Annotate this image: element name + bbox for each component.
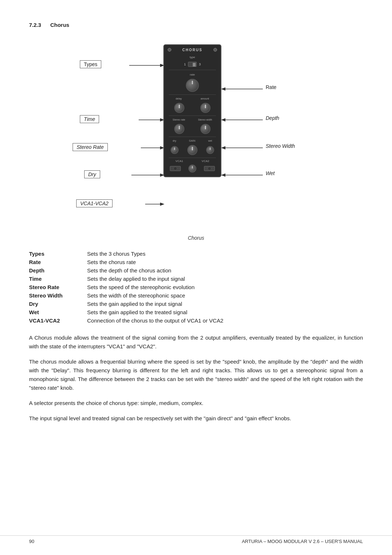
- dry-label: dry: [173, 139, 176, 142]
- vca-center-knob[interactable]: [188, 165, 196, 173]
- parameter-table: TypesSets the 3 chorus TypesRateSets the…: [29, 250, 363, 325]
- diagram-wrapper: Types Time Stereo Rate Dry VCA1-VCA2 Rat…: [58, 41, 334, 226]
- rate-label: rate: [190, 73, 195, 76]
- callout-stereo-width-label: Stereo Width: [266, 143, 295, 149]
- param-desc: Sets the chorus rate: [87, 258, 363, 266]
- gain-row: [166, 145, 219, 155]
- callout-wet: Wet: [266, 170, 275, 176]
- callout-stereo-width: Stereo Width: [266, 143, 295, 149]
- param-row: TypesSets the 3 chorus Types: [29, 250, 363, 258]
- divider-2: [169, 94, 216, 95]
- type-num-left: 1: [184, 62, 186, 66]
- body-paragraph: A selector presents the choice of chorus…: [29, 399, 363, 408]
- vca1-label: VCA1: [176, 159, 183, 163]
- module-icon-row: CHORUS: [166, 48, 219, 53]
- callout-time-label: Time: [80, 115, 99, 123]
- vca-label-row: VCA1 VCA2: [166, 159, 219, 163]
- footer-title: ARTURIA – MOOG MODULAR V 2.6 – USER'S MA…: [242, 539, 363, 544]
- param-name: Rate: [29, 258, 87, 266]
- callout-depth-label: Depth: [266, 115, 279, 121]
- section-title: Chorus: [50, 22, 69, 28]
- callout-vca: VCA1-VCA2: [76, 199, 113, 207]
- param-row: DrySets the gain applied to the input si…: [29, 300, 363, 308]
- wet-label: wet: [208, 139, 212, 142]
- body-paragraph: The input signal level and treated signa…: [29, 414, 363, 423]
- param-row: DepthSets the depth of the chorus action: [29, 266, 363, 275]
- stereo-row: [166, 124, 219, 134]
- vca-buttons-row: [166, 165, 219, 173]
- param-name: Dry: [29, 300, 87, 308]
- type-label: type: [189, 56, 195, 59]
- footer-page: 90: [29, 539, 34, 544]
- vca2-label: VCA2: [202, 159, 209, 163]
- gain-knob[interactable]: [187, 145, 197, 155]
- vca2-button[interactable]: [204, 166, 215, 171]
- type-selector-row: 1 3: [184, 62, 201, 67]
- vca2-button-inner: [208, 167, 211, 170]
- callout-types: Types: [80, 60, 101, 68]
- param-desc: Sets the speed of the stereophonic evolu…: [87, 283, 363, 291]
- led-right: [213, 48, 217, 52]
- amount-knob[interactable]: [200, 103, 211, 113]
- param-row: VCA1-VCA2Connection of the chorus to the…: [29, 316, 363, 325]
- chorus-module: CHORUS type 1 3 rate: [163, 44, 221, 177]
- dry-knob[interactable]: [171, 146, 179, 154]
- callout-dry: Dry: [84, 170, 100, 178]
- param-desc: Sets the width of the stereophonic space: [87, 291, 363, 300]
- stereo-width-knob[interactable]: [200, 124, 211, 134]
- footer: 90 ARTURIA – MOOG MODULAR V 2.6 – USER'S…: [0, 535, 392, 544]
- callout-stereo-rate-label: Stereo Rate: [73, 143, 108, 151]
- divider-1: [169, 70, 216, 70]
- divider-3: [169, 116, 216, 116]
- divider-5: [169, 158, 216, 158]
- param-desc: Connection of the chorus to the output o…: [87, 316, 363, 325]
- gain-labels: dry GAIN wet: [166, 139, 219, 142]
- rate-row: [166, 79, 219, 92]
- type-num-right: 3: [199, 62, 201, 66]
- callout-depth: Depth: [266, 115, 279, 121]
- param-desc: Sets the depth of the chorus action: [87, 266, 363, 275]
- amount-label: amount: [201, 97, 209, 100]
- callout-rate-label: Rate: [266, 84, 277, 90]
- callout-time: Time: [80, 115, 99, 123]
- delay-amount-row: [166, 103, 219, 113]
- param-desc: Sets the gain applied to the input signa…: [87, 300, 363, 308]
- param-name: Time: [29, 275, 87, 283]
- param-name: Stereo Rate: [29, 283, 87, 291]
- delay-amount-labels: delay amount: [166, 97, 219, 100]
- param-row: RateSets the chorus rate: [29, 258, 363, 266]
- module-title: CHORUS: [182, 48, 202, 52]
- callout-vca-label: VCA1-VCA2: [76, 199, 113, 207]
- vca1-button-inner: [173, 167, 177, 170]
- led-left: [168, 48, 171, 52]
- param-desc: Sets the gain applied to the treated sig…: [87, 308, 363, 316]
- delay-label: delay: [176, 97, 182, 100]
- param-name: Types: [29, 250, 87, 258]
- stereo-width-label: Stereo width: [198, 118, 212, 121]
- section-number: 7.2.3: [29, 22, 41, 28]
- param-desc: Sets the 3 chorus Types: [87, 250, 363, 258]
- section-heading: 7.2.3 Chorus: [29, 22, 363, 28]
- stereo-rate-knob[interactable]: [174, 124, 184, 134]
- vca1-button[interactable]: [170, 166, 181, 171]
- body-paragraphs: A Chorus module allows the treatment of …: [29, 333, 363, 423]
- gain-label: GAIN: [189, 139, 195, 142]
- param-name: Stereo Width: [29, 291, 87, 300]
- callout-dry-label: Dry: [84, 170, 100, 178]
- param-name: Depth: [29, 266, 87, 275]
- figure-caption: Chorus: [29, 235, 363, 241]
- param-name: VCA1-VCA2: [29, 316, 87, 325]
- param-row: TimeSets the delay applied to the input …: [29, 275, 363, 283]
- body-paragraph: The chorus module allows a frequential b…: [29, 357, 363, 392]
- diagram-area: Types Time Stereo Rate Dry VCA1-VCA2 Rat…: [29, 39, 363, 228]
- divider-4: [169, 137, 216, 137]
- stereo-labels: Stereo rate Stereo width: [166, 118, 219, 121]
- rate-knob[interactable]: [186, 79, 199, 92]
- delay-knob[interactable]: [174, 103, 184, 113]
- param-row: Stereo RateSets the speed of the stereop…: [29, 283, 363, 291]
- param-row: Stereo WidthSets the width of the stereo…: [29, 291, 363, 300]
- callout-wet-label: Wet: [266, 170, 275, 176]
- wet-knob[interactable]: [206, 146, 214, 154]
- type-switch[interactable]: [188, 62, 197, 67]
- param-desc: Sets the delay applied to the input sign…: [87, 275, 363, 283]
